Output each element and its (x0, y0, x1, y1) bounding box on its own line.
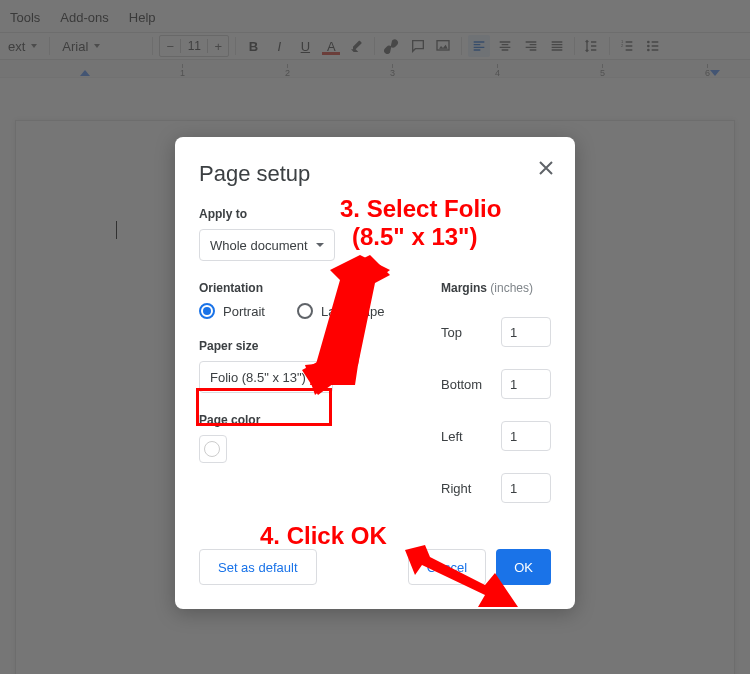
margins-label: Margins (inches) (441, 281, 551, 295)
annotation-arrow-step3 (300, 255, 390, 395)
dialog-title: Page setup (199, 161, 551, 187)
margin-bottom-label: Bottom (441, 377, 489, 392)
margin-left-label: Left (441, 429, 489, 444)
margins-unit: (inches) (490, 281, 533, 295)
margin-top-input[interactable] (501, 317, 551, 347)
page-color-select[interactable] (199, 435, 227, 463)
close-button[interactable] (539, 159, 553, 180)
margin-bottom-input[interactable] (501, 369, 551, 399)
paper-size-value: Folio (8.5" x 13") (210, 370, 306, 385)
set-default-button[interactable]: Set as default (199, 549, 317, 585)
annotation-arrow-step4 (400, 545, 520, 615)
color-circle-icon (204, 441, 220, 457)
caret-down-icon (316, 243, 324, 247)
applyto-label: Apply to (199, 207, 551, 221)
margin-top-label: Top (441, 325, 489, 340)
portrait-radio[interactable]: Portrait (199, 303, 265, 319)
margin-right-label: Right (441, 481, 489, 496)
margin-right-input[interactable] (501, 473, 551, 503)
margin-left-input[interactable] (501, 421, 551, 451)
close-icon (539, 161, 553, 175)
radio-selected-icon (199, 303, 215, 319)
portrait-label: Portrait (223, 304, 265, 319)
applyto-value: Whole document (210, 238, 308, 253)
